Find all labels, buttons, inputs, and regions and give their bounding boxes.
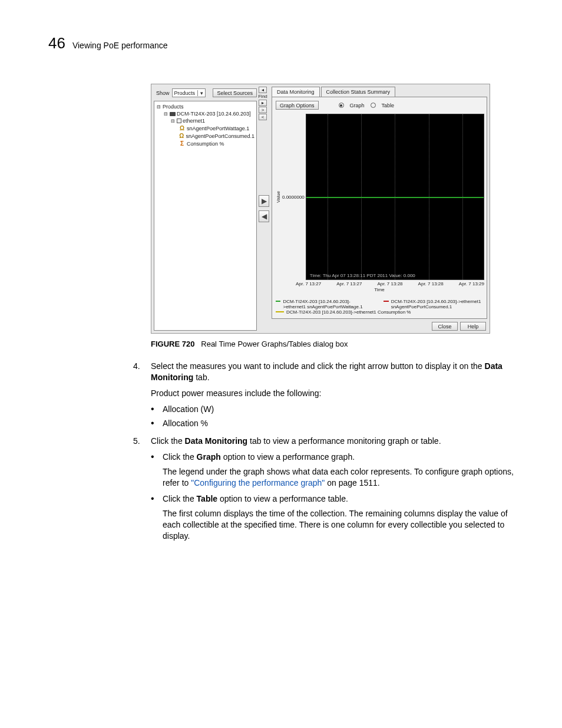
figure-caption: FIGURE 720 Real Time Power Graphs/Tables… [151,340,490,348]
collapse-icon[interactable]: ⊟ [163,111,168,117]
legend-swatch-icon [276,311,284,312]
text: option to view a performance graph. [221,452,355,462]
paragraph: Product power measures include the follo… [151,388,514,399]
chart-ylabel: Value [275,114,282,280]
step-number: 5. [133,436,144,447]
term-graph: Graph [197,452,221,462]
text: option to view a performance table. [217,494,348,503]
xtick: Apr. 7 13:28 [418,281,444,286]
xtick: Apr. 7 13:28 [377,281,402,286]
chevron-down-icon: ▾ [197,90,203,96]
tree-metric[interactable]: snAgentPoePortConsumed.1 [186,133,254,139]
close-button[interactable]: Close [432,322,458,331]
show-label: Show [156,90,170,96]
chart-plot: Time: Thu Apr 07 13:28:11 PDT 2011 Value… [306,114,484,280]
bullet-icon [151,452,154,463]
page-number: 46 [48,34,65,52]
omega-icon: Ω [178,133,184,139]
text: on page 1511. [325,478,379,487]
chart-ytick: 0.0000000 [282,114,306,280]
paragraph: The first column displays the time of th… [163,508,514,542]
body-text: 4. Select the measures you want to inclu… [133,361,514,548]
collapse-icon[interactable]: ⊟ [170,118,176,124]
source-tree[interactable]: ⊟Products ⊟DCM-TI24X-203 [10.24.60.203] … [154,101,257,331]
tab-bar: Data Monitoring Collection Status Summar… [272,87,487,97]
tree-metric[interactable]: snAgentPoePortWattage.1 [187,126,249,131]
step-text: Select the measures you want to include … [151,361,514,383]
cross-reference-link[interactable]: "Configuring the performance graph" [191,478,325,487]
term-table: Table [197,494,218,503]
paragraph: The legend under the graph shows what da… [163,466,514,489]
find-up-button[interactable]: < [259,114,267,120]
chart-tooltip: Time: Thu Apr 07 13:28:11 PDT 2011 Value… [310,273,415,278]
chart: Value 0.0000000 Time: Thu Apr 07 13:28:1… [275,114,484,292]
device-icon [170,112,176,116]
bullet-icon [151,404,154,415]
collapse-icon[interactable]: ⊟ [156,104,161,110]
page-section-title: Viewing PoE performance [72,41,168,50]
help-button[interactable]: Help [460,322,486,331]
transfer-buttons: ▶ ◀ [259,195,269,222]
tree-port: ethernet1 [183,118,205,124]
legend-label: DCM-TI24X-203 [10.24.60.203]->ethernet1 … [283,299,372,309]
text: tab. [193,373,209,382]
chart-xticks: Apr. 7 13:27 Apr. 7 13:27 Apr. 7 13:28 A… [275,281,484,286]
figure-caption-text: Real Time Power Graphs/Tables dialog box [201,340,348,348]
text: tab to view a performance monitoring gra… [247,436,441,446]
legend-label: DCM-TI24X-203 [10.24.60.203]->ethernet1 … [391,299,483,309]
source-panel: Show Products ▾ Select Sources ⊟Products… [154,87,257,331]
legend-swatch-icon [276,301,280,302]
chart-legend: DCM-TI24X-203 [10.24.60.203]->ethernet1 … [275,298,484,316]
add-right-button[interactable]: ▶ [259,195,269,207]
omega-icon: Ω [178,125,186,131]
figure: Show Products ▾ Select Sources ⊟Products… [151,84,490,348]
legend-label: DCM-TI24X-203 [10.24.60.203]->ethernet1 … [286,309,411,315]
text: Click the [163,494,197,503]
find-down-button[interactable]: > [259,107,267,113]
graph-options-button[interactable]: Graph Options [276,101,319,110]
port-icon [177,118,181,123]
find-prev-button[interactable]: ◂ [259,87,267,93]
text: Click the [163,452,197,462]
tab-body: Graph Options Graph Table Value 0.000000… [272,97,487,319]
radio-table[interactable] [371,103,376,108]
chart-series-line [306,197,484,198]
monitor-panel: Data Monitoring Collection Status Summar… [272,87,487,319]
select-sources-button[interactable]: Select Sources [213,88,257,97]
figure-label: FIGURE 720 [151,340,194,348]
radio-graph-label: Graph [350,103,365,108]
term-data-monitoring: Data Monitoring [185,436,248,446]
text: Click the [151,436,185,446]
legend-swatch-icon [384,301,388,302]
radio-table-label: Table [382,103,395,108]
sub-bullet-text: Click the Table option to view a perform… [163,493,348,505]
tree-metric[interactable]: Consumption % [187,141,224,147]
dialog-box: Show Products ▾ Select Sources ⊟Products… [151,84,490,334]
find-next-button[interactable]: ▸ [259,100,267,106]
sigma-icon: Σ [178,140,186,147]
tab-collection-status[interactable]: Collection Status Summary [321,87,396,97]
page-header: 46 Viewing PoE performance [48,34,168,52]
tree-root: Products [163,104,184,110]
chart-xlabel: Time [275,287,484,292]
xtick: Apr. 7 13:29 [459,281,484,286]
step-number: 4. [133,361,144,383]
bulle-text: Allocation % [163,418,208,429]
bullet-text: Allocation (W) [163,404,214,415]
bullet-icon [151,493,154,505]
xtick: Apr. 7 13:27 [336,281,362,286]
radio-graph[interactable] [339,103,344,108]
tab-data-monitoring[interactable]: Data Monitoring [272,87,320,97]
show-combo-value: Products [174,90,196,96]
sub-bullet-text: Click the Graph option to view a perform… [163,452,355,463]
remove-left-button[interactable]: ◀ [259,210,269,222]
xtick: Apr. 7 13:27 [296,281,321,286]
find-label: Find [258,94,267,99]
bullet-icon [151,418,154,429]
step-text: Click the Data Monitoring tab to view a … [151,436,441,447]
text: Select the measures you want to include … [151,361,485,371]
show-combo[interactable]: Products ▾ [172,88,206,97]
tree-device: DCM-TI24X-203 [10.24.60.203] [177,111,251,117]
